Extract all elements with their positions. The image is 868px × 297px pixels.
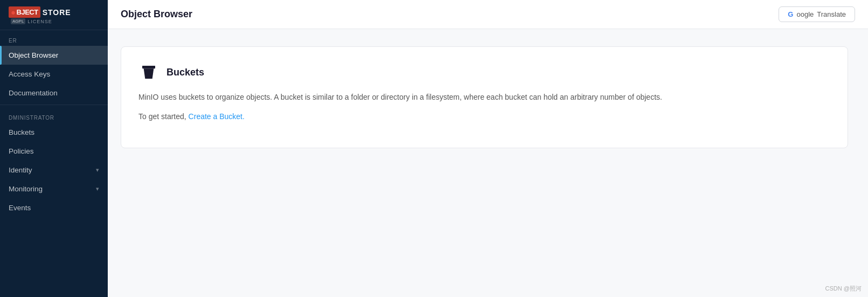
sidebar-item-object-browser[interactable]: Object Browser (0, 46, 108, 65)
buckets-card: Buckets MinIO uses buckets to organize o… (121, 46, 848, 148)
sidebar-item-policies[interactable]: Policies (0, 142, 108, 161)
sidebar-logo: ●BJECT STORE AGPL LICENSE (0, 0, 108, 30)
main-content: Object Browser G oogle Translate Buckets (108, 0, 868, 297)
logo-agpl: AGPL (11, 18, 25, 24)
buckets-cta: To get started, Create a Bucket. (138, 110, 830, 122)
bucket-svg (140, 64, 157, 81)
cta-prefix: To get started, (138, 112, 189, 121)
buckets-description: MinIO uses buckets to organize objects. … (138, 91, 830, 103)
chevron-down-icon: ▾ (96, 185, 99, 192)
sidebar-divider (0, 105, 108, 105)
sidebar-item-label: Access Keys (9, 70, 50, 78)
logo-store: STORE (43, 8, 71, 17)
sidebar-item-label: Buckets (9, 128, 34, 136)
logo-license: LICENSE (27, 19, 52, 24)
sidebar-item-label: Documentation (9, 89, 58, 97)
translate-label: oogle (796, 10, 814, 18)
bottom-credit: CSDN @照河 (825, 285, 862, 293)
content-area: Buckets MinIO uses buckets to organize o… (108, 29, 868, 297)
buckets-title: Buckets (166, 67, 204, 78)
create-bucket-link[interactable]: Create a Bucket. (189, 112, 245, 121)
sidebar-item-monitoring[interactable]: Monitoring ▾ (0, 179, 108, 198)
translate-label-2: Translate (817, 10, 846, 18)
chevron-down-icon: ▾ (96, 167, 99, 174)
google-translate-button[interactable]: G oogle Translate (779, 6, 855, 22)
sidebar-item-label: Object Browser (9, 51, 58, 59)
sidebar-item-buckets[interactable]: Buckets (0, 123, 108, 142)
buckets-header: Buckets (138, 62, 830, 82)
topbar: Object Browser G oogle Translate (108, 0, 868, 29)
sidebar-item-events[interactable]: Events (0, 198, 108, 217)
sidebar: ●BJECT STORE AGPL LICENSE er Object Brow… (0, 0, 108, 297)
sidebar-item-label: Monitoring (9, 185, 43, 193)
google-g-icon: G (788, 10, 793, 18)
sidebar-item-label: Identity (9, 166, 32, 174)
sidebar-item-identity[interactable]: Identity ▾ (0, 161, 108, 179)
sidebar-item-documentation[interactable]: Documentation (0, 84, 108, 102)
svg-rect-1 (142, 66, 155, 68)
user-section-label: er (0, 30, 108, 46)
sidebar-item-label: Events (9, 204, 31, 212)
sidebar-item-access-keys[interactable]: Access Keys (0, 65, 108, 84)
admin-section-label: dministrator (0, 107, 108, 123)
bucket-icon (138, 62, 159, 82)
logo-object: ●BJECT (9, 6, 40, 18)
page-title: Object Browser (121, 9, 192, 20)
sidebar-item-label: Policies (9, 147, 34, 155)
